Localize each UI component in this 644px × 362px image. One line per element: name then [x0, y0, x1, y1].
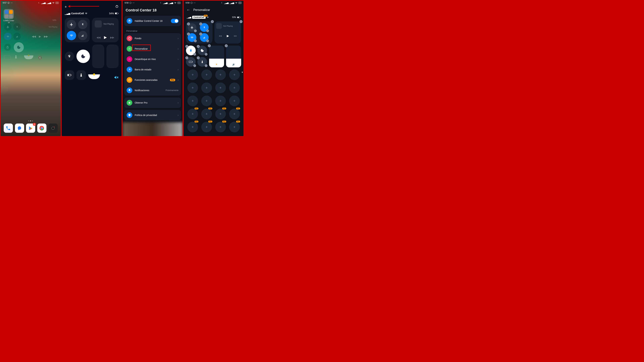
- svg-point-46: [130, 60, 130, 60]
- add-control-slot-pro[interactable]: +Pro: [215, 122, 226, 132]
- brightness-slider[interactable]: [92, 44, 104, 68]
- power-icon[interactable]: [115, 5, 118, 9]
- page-title: Personalizar: [193, 8, 210, 12]
- app-folder[interactable]: [4, 9, 14, 19]
- volume-slider-edit[interactable]: − 🔊: [226, 45, 241, 67]
- add-control-slot[interactable]: +: [187, 95, 198, 106]
- status-bar: 9:58 ⋯ ☾▁▃▅▁▃▅ 54: [122, 1, 183, 5]
- more-icon: ⋯: [10, 2, 12, 4]
- add-control-slot[interactable]: +: [201, 69, 212, 80]
- add-control-slot[interactable]: +: [215, 95, 226, 106]
- svg-rect-52: [203, 38, 204, 39]
- back-button[interactable]: ←: [187, 8, 190, 12]
- connectivity-group-edit[interactable]: − −⤡ −⤡ −⤡ −⤡: [186, 21, 213, 43]
- pro-card: Obtener Pro ›: [124, 97, 181, 108]
- svg-point-44: [128, 60, 129, 60]
- add-button[interactable]: +: [65, 5, 67, 9]
- palette-icon: [126, 35, 132, 41]
- svg-rect-53: [204, 37, 204, 39]
- cellular-toggle-edit[interactable]: −⤡: [200, 33, 209, 42]
- svg-rect-6: [15, 57, 16, 58]
- airplane-toggle-edit[interactable]: −⤡: [188, 23, 196, 32]
- bluetooth-toggle-edit[interactable]: −⤡: [200, 23, 209, 32]
- remove-icon[interactable]: −: [225, 44, 228, 47]
- add-control-slot[interactable]: +: [215, 69, 226, 80]
- row-personalizar[interactable]: Personalizar ›: [124, 43, 181, 54]
- row-desenfoque[interactable]: Desenfoque en Vivo ›: [124, 54, 181, 64]
- lock-rotation-toggle[interactable]: [65, 52, 74, 61]
- add-control-slot-pro[interactable]: +Pro: [229, 109, 240, 119]
- add-control-slot-pro[interactable]: +Pro: [215, 109, 226, 119]
- connectivity-group[interactable]: [65, 18, 90, 42]
- wifi-status-icon: [52, 2, 54, 4]
- add-controls-grid: + + + + + + + + + + + + +Pro +Pro +Pro +…: [186, 69, 241, 132]
- cellular-toggle[interactable]: [78, 31, 88, 40]
- prev-track-icon[interactable]: ◀◀: [96, 36, 100, 39]
- flashlight-toggle[interactable]: [76, 70, 86, 80]
- add-control-slot-pro[interactable]: +Pro: [201, 122, 212, 132]
- add-control-slot[interactable]: +: [229, 95, 240, 106]
- phone-app[interactable]: [4, 123, 13, 133]
- add-control-slot[interactable]: +: [229, 82, 240, 93]
- add-control-slot-pro[interactable]: +Pro: [187, 122, 198, 132]
- add-control-slot[interactable]: +: [187, 82, 198, 93]
- mute-toggle[interactable]: [114, 75, 118, 80]
- volume-slider[interactable]: [106, 44, 118, 68]
- row-fondo[interactable]: Fondo ›: [124, 33, 181, 43]
- remove-icon[interactable]: −: [208, 44, 211, 47]
- dock: 2: [3, 123, 59, 133]
- whatsapp-icon: [190, 2, 192, 4]
- add-control-slot-pro[interactable]: +Pro: [229, 122, 240, 132]
- cc-controls-grid: Not Playing ◀◀ ▶ ▶▶: [62, 18, 122, 80]
- bluetooth-toggle[interactable]: [78, 20, 88, 29]
- notification-badge: 2: [33, 123, 36, 126]
- remove-icon[interactable]: −: [240, 20, 242, 23]
- panel-control-center: + ▁▃▅ ControlCell 54% Not Playing: [62, 1, 122, 136]
- airplane-toggle[interactable]: [67, 20, 76, 29]
- enable-toggle[interactable]: [171, 19, 178, 23]
- dnd-edit[interactable]: − ⤡: [198, 45, 207, 55]
- wifi-toggle[interactable]: [67, 31, 76, 40]
- svg-rect-23: [69, 56, 70, 57]
- remove-icon[interactable]: −: [211, 20, 214, 23]
- row-avanzadas[interactable]: Funciones avanzadas Pro ›: [124, 75, 181, 85]
- play-store-app[interactable]: 2: [26, 123, 35, 133]
- svg-point-43: [130, 59, 130, 59]
- ad-banner-blurred: [122, 122, 183, 136]
- row-barra[interactable]: Barra de estado ›: [124, 64, 181, 75]
- camera-app[interactable]: [48, 123, 58, 133]
- dnd-toggle[interactable]: [76, 50, 90, 63]
- svg-point-38: [128, 58, 129, 58]
- add-control-slot[interactable]: +: [187, 69, 198, 80]
- lock-rotation-edit[interactable]: − ⤡: [186, 45, 196, 55]
- row-notificaciones[interactable]: Notificaciones Próximamente: [124, 85, 181, 95]
- add-control-slot-pro[interactable]: +Pro: [187, 109, 198, 119]
- screen-mirroring-icon[interactable]: [88, 74, 100, 79]
- sun-icon: ☀: [216, 63, 218, 66]
- messages-app[interactable]: [15, 123, 24, 133]
- media-widget-edit[interactable]: − Not Playing ◀◀ ▶ ▶▶: [214, 21, 241, 43]
- media-widget[interactable]: Not Playing ◀◀ ▶ ▶▶: [92, 18, 118, 42]
- row-pro[interactable]: Obtener Pro ›: [124, 97, 181, 108]
- low-power-edit[interactable]: − + ⤡: [186, 57, 196, 67]
- chrome-app[interactable]: [37, 123, 46, 133]
- add-control-slot[interactable]: +: [201, 82, 212, 93]
- row-privacy[interactable]: Política de privacidad ›: [124, 110, 181, 120]
- low-power-toggle[interactable]: [65, 70, 74, 80]
- next-track-icon[interactable]: ▶▶: [110, 36, 114, 39]
- flashlight-edit[interactable]: − ⤡: [198, 57, 207, 67]
- battery-icon: [237, 16, 240, 18]
- add-control-slot[interactable]: +: [215, 82, 226, 93]
- folder-label: Control Center 18: [2, 20, 15, 23]
- wifi-toggle-edit[interactable]: −⤡: [188, 33, 196, 42]
- preview-status-row: ▁▃▅ ControlCell Pro 53%: [184, 15, 244, 20]
- add-control-slot[interactable]: +: [229, 69, 240, 80]
- enable-label: Habilitar Control Center 18: [135, 19, 168, 22]
- cc-status-row: ▁▃▅ ControlCell 54%: [62, 10, 122, 18]
- brightness-slider-edit[interactable]: − ☀: [209, 45, 224, 67]
- play-icon[interactable]: ▶: [104, 35, 107, 39]
- svg-rect-1: [16, 37, 16, 37]
- add-control-slot-pro[interactable]: +Pro: [201, 109, 212, 119]
- page-indicator: [1, 120, 61, 121]
- add-control-slot[interactable]: +: [201, 95, 212, 106]
